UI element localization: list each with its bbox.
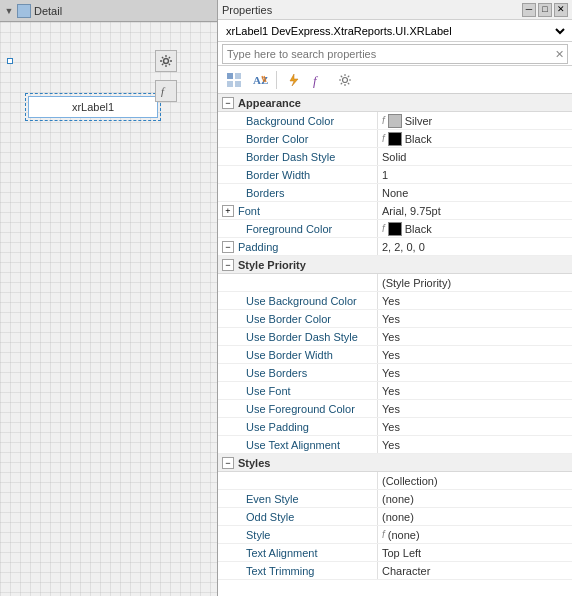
prop-value-use-border-width: Yes xyxy=(378,346,572,363)
styles-placeholder-text: (Collection) xyxy=(382,475,438,487)
section-expand-style-priority[interactable]: − xyxy=(222,259,234,271)
code-button[interactable]: f xyxy=(307,69,331,91)
prop-value-text-trimming: Character xyxy=(378,562,572,579)
prop-name-use-padding: Use Padding xyxy=(218,418,378,435)
prop-value-odd-style: (none) xyxy=(378,508,572,525)
minimize-button[interactable]: ─ xyxy=(522,3,536,17)
font-expandable[interactable]: + Font xyxy=(218,202,378,219)
search-input[interactable] xyxy=(222,44,568,64)
prop-name-font: Font xyxy=(238,202,398,219)
section-header-appearance[interactable]: − Appearance xyxy=(218,94,572,112)
even-style-text: (none) xyxy=(382,493,414,505)
band-icon xyxy=(17,4,31,18)
designer-canvas: xrLabel1 f xyxy=(0,22,217,596)
settings-button[interactable] xyxy=(333,69,357,91)
font-text: Arial, 9.75pt xyxy=(382,205,441,217)
section-expand-appearance[interactable]: − xyxy=(222,97,234,109)
prop-row-border-color[interactable]: Border Color f Black xyxy=(218,130,572,148)
prop-row-use-font[interactable]: Use Font Yes xyxy=(218,382,572,400)
prop-row-font[interactable]: + Font Arial, 9.75pt xyxy=(218,202,572,220)
label-widget-text: xrLabel1 xyxy=(72,101,114,113)
prop-name-odd-style: Odd Style xyxy=(218,508,378,525)
svg-text:f: f xyxy=(313,73,319,88)
formula-icon-border: f xyxy=(382,133,385,144)
prop-row-use-border-dash-style[interactable]: Use Border Dash Style Yes xyxy=(218,328,572,346)
prop-value-text-alignment: Top Left xyxy=(378,544,572,561)
prop-row-border-dash-style[interactable]: Border Dash Style Solid xyxy=(218,148,572,166)
properties-toolbar: AZ f xyxy=(218,66,572,94)
close-button[interactable]: ✕ xyxy=(554,3,568,17)
svg-point-8 xyxy=(343,77,348,82)
maximize-button[interactable]: □ xyxy=(538,3,552,17)
prop-name-foreground-color: Foreground Color xyxy=(218,220,378,237)
prop-name-style: Style xyxy=(218,526,378,543)
prop-value-even-style: (none) xyxy=(378,490,572,507)
prop-row-padding[interactable]: − Padding 2, 2, 0, 0 xyxy=(218,238,572,256)
prop-row-use-border-color[interactable]: Use Border Color Yes xyxy=(218,310,572,328)
titlebar-buttons: ─ □ ✕ xyxy=(522,3,568,17)
band-expand-arrow[interactable]: ▼ xyxy=(4,6,14,16)
prop-value-borders: None xyxy=(378,184,572,201)
prop-name-use-bg-color: Use Background Color xyxy=(218,292,378,309)
padding-expand-icon[interactable]: − xyxy=(222,241,234,253)
alphabetical-view-button[interactable]: AZ xyxy=(248,69,272,91)
prop-name-border-color: Border Color xyxy=(218,130,378,147)
lightning-button[interactable] xyxy=(281,69,305,91)
prop-row-text-alignment[interactable]: Text Alignment Top Left xyxy=(218,544,572,562)
component-select[interactable]: xrLabel1 DevExpress.XtraReports.UI.XRLab… xyxy=(222,21,568,41)
prop-row-even-style[interactable]: Even Style (none) xyxy=(218,490,572,508)
prop-row-border-width[interactable]: Border Width 1 xyxy=(218,166,572,184)
panel-title: Properties xyxy=(222,4,272,16)
formula-icon-fg: f xyxy=(382,223,385,234)
border-width-text: 1 xyxy=(382,169,388,181)
prop-value-use-border-dash-style: Yes xyxy=(378,328,572,345)
color-swatch-border xyxy=(388,132,402,146)
prop-row-odd-style[interactable]: Odd Style (none) xyxy=(218,508,572,526)
prop-row-text-trimming[interactable]: Text Trimming Character xyxy=(218,562,572,580)
svg-rect-2 xyxy=(227,73,233,79)
font-expand-icon[interactable]: + xyxy=(222,205,234,217)
formula-icon-style: f xyxy=(382,529,385,540)
search-clear-icon[interactable]: ✕ xyxy=(555,47,564,60)
properties-panel: Properties ─ □ ✕ xrLabel1 DevExpress.Xtr… xyxy=(218,0,572,596)
prop-value-style: f (none) xyxy=(378,526,572,543)
svg-point-0 xyxy=(164,59,169,64)
prop-row-use-borders[interactable]: Use Borders Yes xyxy=(218,364,572,382)
prop-row-use-fg-color[interactable]: Use Foreground Color Yes xyxy=(218,400,572,418)
script-button[interactable]: f xyxy=(155,80,177,102)
prop-name-padding: Padding xyxy=(238,238,398,255)
section-label-styles: Styles xyxy=(238,457,270,469)
prop-row-use-bg-color[interactable]: Use Background Color Yes xyxy=(218,292,572,310)
component-selector[interactable]: xrLabel1 DevExpress.XtraReports.UI.XRLab… xyxy=(218,20,572,42)
designer-panel: ▼ Detail xrLabel1 xyxy=(0,0,218,596)
prop-value-padding: 2, 2, 0, 0 xyxy=(378,238,572,255)
section-header-styles[interactable]: − Styles xyxy=(218,454,572,472)
prop-name-border-width: Border Width xyxy=(218,166,378,183)
prop-row-use-text-alignment[interactable]: Use Text Alignment Yes xyxy=(218,436,572,454)
use-padding-text: Yes xyxy=(382,421,400,433)
prop-name-border-dash-style: Border Dash Style xyxy=(218,148,378,165)
prop-value-styles-placeholder: (Collection) xyxy=(378,472,572,489)
prop-name-sp-placeholder xyxy=(218,274,378,291)
section-header-style-priority[interactable]: − Style Priority xyxy=(218,256,572,274)
label-widget[interactable]: xrLabel1 xyxy=(28,96,158,118)
prop-row-style[interactable]: Style f (none) xyxy=(218,526,572,544)
section-expand-styles[interactable]: − xyxy=(222,457,234,469)
categorized-view-button[interactable] xyxy=(222,69,246,91)
search-bar: ✕ xyxy=(218,42,572,66)
border-color-text: Black xyxy=(405,133,432,145)
prop-row-use-padding[interactable]: Use Padding Yes xyxy=(218,418,572,436)
prop-name-use-borders: Use Borders xyxy=(218,364,378,381)
prop-row-background-color[interactable]: Background Color f Silver xyxy=(218,112,572,130)
padding-expandable[interactable]: − Padding xyxy=(218,238,378,255)
prop-row-use-border-width[interactable]: Use Border Width Yes xyxy=(218,346,572,364)
handle-br[interactable] xyxy=(7,58,13,64)
borders-text: None xyxy=(382,187,408,199)
svg-rect-4 xyxy=(227,81,233,87)
prop-row-foreground-color[interactable]: Foreground Color f Black xyxy=(218,220,572,238)
smart-tag-button[interactable] xyxy=(155,50,177,72)
prop-name-background-color: Background Color xyxy=(218,112,378,129)
prop-row-borders[interactable]: Borders None xyxy=(218,184,572,202)
prop-name-use-fg-color: Use Foreground Color xyxy=(218,400,378,417)
odd-style-text: (none) xyxy=(382,511,414,523)
